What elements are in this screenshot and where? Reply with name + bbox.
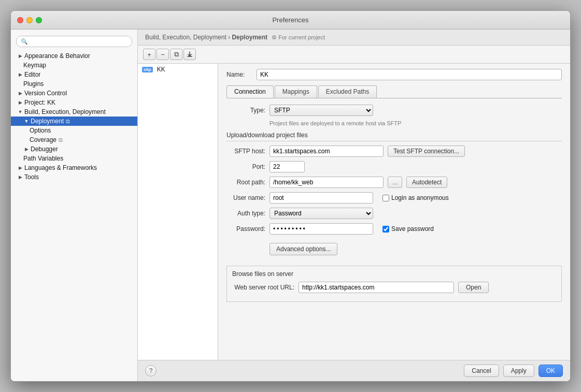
chevron-right-icon: ▶	[17, 90, 23, 96]
root-path-label: Root path:	[226, 179, 265, 186]
split-container: sftp KK Name: Connection	[138, 64, 570, 360]
sidebar-item-languages-frameworks[interactable]: ▶ Languages & Frameworks	[11, 163, 137, 172]
preferences-window: Preferences 🔍 ▶ Appearance & Behavior Ke…	[10, 10, 571, 382]
sidebar-item-appearance[interactable]: ▶ Appearance & Behavior	[11, 51, 137, 61]
sidebar-item-debugger[interactable]: ▶ Debugger	[11, 144, 137, 154]
tab-connection[interactable]: Connection	[226, 85, 274, 98]
login-anon-checkbox[interactable]	[382, 195, 389, 201]
web-url-input[interactable]	[299, 282, 454, 293]
sidebar: 🔍 ▶ Appearance & Behavior Keymap ▶ Edito…	[11, 30, 138, 381]
login-anon-label: Login as anonymous	[391, 194, 449, 201]
sidebar-item-keymap[interactable]: Keymap	[11, 61, 137, 70]
sidebar-item-path-variables[interactable]: Path Variables	[11, 154, 137, 163]
server-list: sftp KK	[138, 64, 218, 360]
test-connection-button[interactable]: Test SFTP connection...	[388, 146, 465, 157]
sidebar-item-plugins[interactable]: Plugins	[11, 79, 137, 89]
port-row: Port:	[226, 161, 562, 172]
save-password-label: Save password	[391, 225, 434, 233]
sidebar-item-deployment[interactable]: ▼ Deployment ⧉	[11, 117, 137, 126]
help-button[interactable]: ?	[145, 365, 157, 376]
minimize-button[interactable]	[26, 17, 33, 23]
for-project-label: ⚙ For current project	[272, 34, 325, 41]
browse-button[interactable]: ...	[388, 177, 402, 188]
root-path-input[interactable]	[270, 177, 384, 188]
breadcrumb-current: Deployment	[232, 34, 267, 41]
close-button[interactable]	[17, 17, 23, 23]
type-select[interactable]: SFTP	[270, 105, 373, 116]
server-name: KK	[157, 66, 165, 73]
sidebar-item-editor[interactable]: ▶ Editor	[11, 70, 137, 79]
sidebar-item-project-kk[interactable]: ▶ Project: KK	[11, 98, 137, 107]
footer-actions: Cancel Apply OK	[464, 365, 563, 377]
web-url-label: Web server root URL:	[232, 284, 294, 291]
type-description: Project files are deployed to a remote h…	[270, 120, 562, 126]
auth-type-select[interactable]: Password	[270, 208, 373, 219]
sidebar-item-build-exec-deploy[interactable]: ▼ Build, Execution, Deployment	[11, 107, 137, 117]
autodetect-button[interactable]: Autodetect	[406, 177, 447, 188]
name-input[interactable]	[257, 69, 562, 80]
tab-excluded-paths[interactable]: Excluded Paths	[318, 85, 377, 98]
remove-server-button[interactable]: −	[157, 49, 169, 60]
panel-header: Build, Execution, Deployment › Deploymen…	[138, 30, 570, 46]
maximize-button[interactable]	[36, 17, 42, 23]
sidebar-item-label: Version Control	[24, 90, 67, 97]
sidebar-item-label: Build, Execution, Deployment	[24, 108, 106, 115]
chevron-right-icon: ▶	[17, 71, 23, 78]
chevron-right-icon: ▶	[23, 146, 30, 152]
browse-section: Browse files on server Web server root U…	[226, 266, 562, 302]
tab-bar: Connection Mappings Excluded Paths	[226, 85, 562, 98]
copy-icon: ⧉	[59, 137, 63, 143]
chevron-right-icon: ▶	[17, 165, 23, 171]
browse-section-title: Browse files on server	[232, 270, 556, 278]
username-row: User name: Login as anonymous	[226, 192, 562, 204]
password-input[interactable]	[270, 223, 373, 235]
download-server-button[interactable]	[183, 49, 196, 60]
save-password-wrap: Save password	[382, 225, 434, 233]
chevron-down-icon: ▼	[23, 118, 30, 124]
ok-button[interactable]: OK	[539, 365, 563, 377]
apply-button[interactable]: Apply	[503, 365, 534, 377]
search-box[interactable]: 🔍	[16, 36, 132, 47]
search-input[interactable]	[30, 38, 127, 45]
port-input[interactable]	[270, 161, 305, 172]
sidebar-item-label: Plugins	[23, 80, 44, 88]
sidebar-item-label: Debugger	[31, 146, 58, 153]
sftp-host-input[interactable]	[270, 146, 384, 157]
sidebar-item-label: Tools	[24, 173, 39, 181]
sidebar-item-label: Deployment	[31, 118, 64, 125]
server-item-kk[interactable]: sftp KK	[138, 64, 218, 75]
sidebar-item-options[interactable]: Options	[11, 126, 137, 135]
sidebar-item-label: Appearance & Behavior	[24, 52, 90, 60]
name-row: Name:	[226, 69, 562, 80]
sidebar-item-label: Path Variables	[23, 155, 63, 162]
open-button[interactable]: Open	[458, 282, 489, 293]
sidebar-item-label: Editor	[24, 71, 40, 78]
tab-mappings[interactable]: Mappings	[275, 85, 317, 98]
breadcrumb-prefix: Build, Execution, Deployment	[145, 34, 226, 41]
form-panel: Name: Connection Mappings Excluded Paths	[218, 64, 570, 360]
sidebar-item-tools[interactable]: ▶ Tools	[11, 172, 137, 182]
right-panel: Build, Execution, Deployment › Deploymen…	[138, 30, 570, 381]
copy-server-button[interactable]: ⧉	[170, 49, 182, 60]
download-icon	[187, 51, 193, 57]
add-server-button[interactable]: +	[143, 49, 155, 60]
save-password-checkbox[interactable]	[382, 226, 389, 233]
type-row: Type: SFTP	[226, 105, 562, 116]
advanced-options-button[interactable]: Advanced options...	[270, 243, 337, 255]
sftp-host-label: SFTP host:	[226, 148, 265, 155]
sidebar-item-version-control[interactable]: ▶ Version Control	[11, 89, 137, 98]
copy-icon: ⧉	[66, 118, 70, 125]
upload-section-label: Upload/download project files	[226, 132, 562, 141]
sidebar-item-label: Languages & Frameworks	[24, 164, 97, 171]
chevron-right-icon: ▶	[17, 53, 23, 59]
password-row: Password: Save password	[226, 223, 562, 235]
name-label: Name:	[226, 71, 252, 78]
cancel-button[interactable]: Cancel	[464, 365, 499, 377]
chevron-down-icon: ▼	[17, 109, 23, 115]
auth-type-row: Auth type: Password	[226, 208, 562, 219]
sidebar-item-label: Keymap	[23, 62, 46, 69]
username-input[interactable]	[270, 192, 373, 204]
sftp-icon: sftp	[142, 67, 153, 72]
sidebar-item-coverage[interactable]: Coverage ⧉	[11, 135, 137, 144]
web-url-row: Web server root URL: Open	[232, 282, 556, 293]
